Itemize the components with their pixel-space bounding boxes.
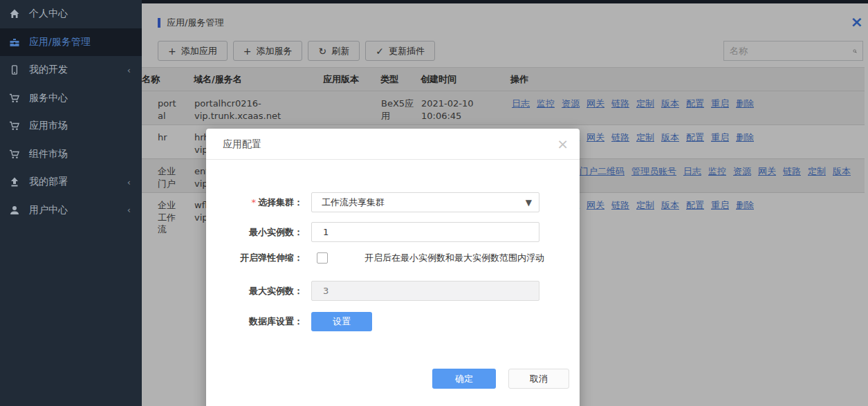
elastic-scale-checkbox[interactable] — [317, 252, 328, 264]
dialog-header: 应用配置 × — [206, 129, 580, 160]
sidebar-item-label: 我的部署 — [29, 176, 142, 188]
sidebar-item[interactable]: 我的部署‹ — [0, 168, 142, 196]
deploy-icon — [8, 176, 21, 188]
sidebar-item-label: 服务中心 — [29, 92, 142, 104]
database-settings-row: 数据库设置： 设置 — [206, 312, 580, 331]
max-instances-label: 最大实例数： — [206, 285, 303, 297]
database-settings-button[interactable]: 设置 — [311, 312, 372, 331]
elastic-scale-hint: 开启后在最小实例数和最大实例数范围内浮动 — [364, 252, 544, 264]
chevron-right-icon: ‹ — [127, 177, 131, 187]
sidebar-item[interactable]: 应用市场 — [0, 112, 142, 140]
cart-icon — [8, 92, 21, 104]
ok-button[interactable]: 确定 — [432, 369, 496, 389]
chevron-right-icon: ‹ — [127, 65, 131, 75]
cart-icon — [8, 148, 21, 160]
sidebar-item[interactable]: 应用/服务管理 — [0, 28, 142, 57]
elastic-scale-label: 开启弹性伸缩： — [206, 252, 303, 264]
chevron-down-icon: ▼ — [526, 198, 532, 207]
sidebar-item[interactable]: 服务中心 — [0, 84, 142, 113]
min-instances-label: 最小实例数： — [206, 226, 303, 239]
briefcase-icon — [8, 36, 21, 48]
min-instances-input[interactable] — [311, 222, 539, 242]
cluster-field-row: *选择集群： 工作流共享集群 ▼ — [206, 192, 580, 212]
cluster-label: *选择集群： — [206, 196, 303, 209]
cart-icon — [8, 120, 21, 132]
cluster-select[interactable]: 工作流共享集群 ▼ — [311, 192, 539, 212]
database-settings-label: 数据库设置： — [206, 315, 303, 328]
home-icon — [8, 8, 21, 20]
chevron-right-icon: ‹ — [127, 205, 131, 215]
max-instances-input — [311, 281, 539, 301]
sidebar-item-label: 个人中心 — [29, 8, 142, 20]
sidebar-item-label: 应用市场 — [29, 120, 142, 132]
sidebar-item-label: 我的开发 — [29, 64, 142, 76]
user-icon — [8, 204, 21, 216]
sidebar-item[interactable]: 个人中心 — [0, 0, 142, 28]
max-instances-row: 最大实例数： — [206, 281, 580, 301]
sidebar-item-label: 应用/服务管理 — [29, 36, 142, 48]
required-asterisk: * — [252, 197, 257, 207]
mobile-icon — [8, 64, 21, 76]
sidebar-item[interactable]: 组件市场 — [0, 140, 142, 169]
app-config-dialog: 应用配置 × *选择集群： 工作流共享集群 ▼ 最小实例数： 开启弹性伸缩： 开… — [206, 129, 580, 406]
sidebar-item-label: 用户中心 — [29, 204, 142, 216]
min-instances-row: 最小实例数： — [206, 222, 580, 242]
dialog-title: 应用配置 — [223, 138, 261, 151]
sidebar-item[interactable]: 用户中心‹ — [0, 196, 142, 225]
sidebar-item-label: 组件市场 — [29, 148, 142, 160]
elastic-scale-row: 开启弹性伸缩： 开启后在最小实例数和最大实例数范围内浮动 — [206, 248, 580, 268]
sidebar-item[interactable]: 我的开发‹ — [0, 56, 142, 84]
close-icon[interactable]: × — [557, 136, 569, 152]
cancel-button[interactable]: 取消 — [508, 369, 569, 389]
sidebar: 个人中心应用/服务管理我的开发‹服务中心应用市场组件市场我的部署‹用户中心‹ — [0, 0, 142, 406]
